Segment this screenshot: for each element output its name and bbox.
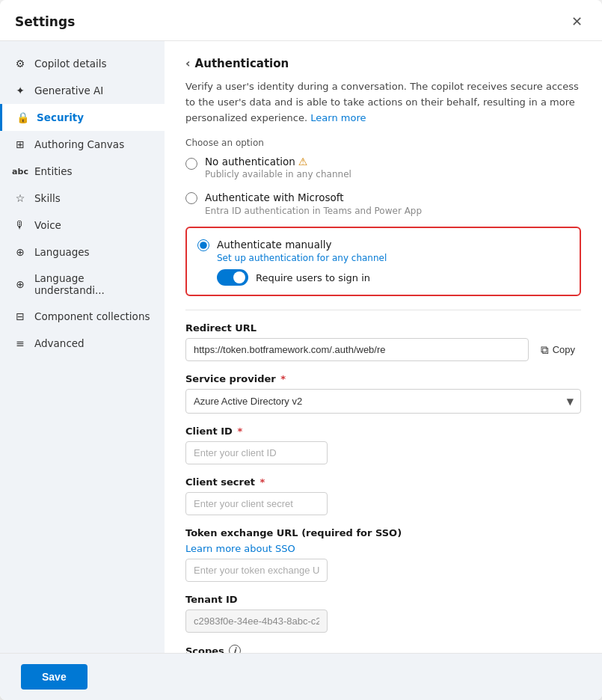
client-secret-label: Client secret *: [185, 476, 581, 488]
tenant-id-input[interactable]: [185, 610, 328, 633]
sidebar-item-label: Copilot details: [34, 58, 107, 70]
sidebar-item-label: Component collections: [34, 310, 150, 322]
settings-modal: Settings ✕ ⚙ Copilot details ✦ Generativ…: [0, 0, 602, 700]
client-id-label: Client ID *: [185, 426, 581, 437]
language-icon: ⊕: [13, 245, 27, 259]
token-exchange-url-input[interactable]: [185, 559, 328, 582]
star-icon: ☆: [13, 191, 27, 205]
service-provider-select-wrapper: Azure Active Directory v2 ▼: [185, 389, 581, 414]
scopes-field: Scopes i: [185, 645, 581, 653]
client-id-input[interactable]: [185, 441, 328, 464]
sidebar-item-label: Skills: [34, 192, 61, 204]
sidebar-item-generative-ai[interactable]: ✦ Generative AI: [0, 77, 165, 104]
service-provider-label: Service provider *: [185, 373, 581, 384]
sidebar-item-component-collections[interactable]: ⊟ Component collections: [0, 303, 165, 330]
no-auth-radio[interactable]: [185, 158, 197, 170]
microsoft-auth-sub: Entra ID authentication in Teams and Pow…: [205, 206, 422, 216]
client-secret-input[interactable]: [185, 492, 328, 515]
required-marker: *: [237, 426, 242, 437]
required-marker: *: [260, 476, 265, 488]
advanced-icon: ≡: [13, 337, 27, 350]
microsoft-auth-label: Authenticate with Microsoft: [205, 191, 344, 203]
modal-header: Settings ✕: [0, 0, 602, 41]
manual-auth-radio[interactable]: [197, 239, 209, 251]
client-id-field: Client ID *: [185, 426, 581, 464]
service-provider-select[interactable]: Azure Active Directory v2: [185, 389, 581, 414]
token-exchange-url-field: Token exchange URL (required for SSO) Le…: [185, 527, 581, 582]
require-signin-toggle[interactable]: [217, 269, 248, 286]
no-auth-label: No authentication: [205, 156, 295, 168]
save-button[interactable]: Save: [21, 664, 87, 690]
client-secret-field: Client secret *: [185, 476, 581, 515]
modal-body: ⚙ Copilot details ✦ Generative AI 🔒 Secu…: [0, 41, 602, 653]
manual-auth-box: Authenticate manually Set up authenticat…: [185, 227, 581, 296]
modal-title: Settings: [15, 14, 75, 29]
sidebar-item-label: Voice: [34, 219, 61, 231]
sidebar-item-label: Generative AI: [34, 85, 103, 96]
required-marker: *: [280, 373, 286, 384]
microsoft-auth-text: Authenticate with Microsoft Entra ID aut…: [205, 190, 422, 216]
close-button[interactable]: ✕: [567, 12, 587, 31]
sidebar-item-label: Advanced: [34, 337, 85, 349]
learn-more-link[interactable]: Learn more: [310, 112, 366, 123]
token-exchange-label: Token exchange URL (required for SSO): [185, 527, 402, 538]
sidebar: ⚙ Copilot details ✦ Generative AI 🔒 Secu…: [0, 41, 165, 653]
microsoft-auth-option: Authenticate with Microsoft Entra ID aut…: [185, 190, 581, 216]
no-auth-sub: Publicly available in any channel: [205, 169, 351, 179]
sidebar-item-label: Language understandi...: [34, 272, 151, 296]
back-arrow-icon[interactable]: ‹: [185, 56, 191, 70]
gear-icon: ⚙: [13, 57, 27, 70]
copy-icon: ⧉: [541, 343, 549, 357]
no-auth-text: No authentication ⚠ Publicly available i…: [205, 156, 351, 179]
sidebar-item-copilot-details[interactable]: ⚙ Copilot details: [0, 50, 165, 77]
section-title: Authentication: [195, 57, 289, 70]
lock-icon: 🔒: [16, 111, 29, 124]
toggle-row: Require users to sign in: [217, 269, 569, 286]
section-description: Verify a user's identity during a conver…: [185, 79, 581, 126]
tenant-id-label: Tenant ID: [185, 594, 581, 605]
manual-auth-text: Authenticate manually Set up authenticat…: [217, 237, 387, 263]
service-provider-field: Service provider * Azure Active Director…: [185, 373, 581, 414]
copy-label: Copy: [553, 344, 575, 355]
choose-option-label: Choose an option: [185, 138, 581, 148]
sidebar-item-label: Authoring Canvas: [34, 138, 124, 150]
sidebar-item-language-understanding[interactable]: ⊕ Language understandi...: [0, 265, 165, 303]
modal-footer: Save: [0, 653, 602, 700]
manual-auth-option: Authenticate manually Set up authenticat…: [197, 237, 569, 263]
language-understanding-icon: ⊕: [13, 277, 27, 291]
tenant-id-field: Tenant ID: [185, 594, 581, 633]
toggle-slider: [217, 269, 248, 286]
sidebar-item-skills[interactable]: ☆ Skills: [0, 185, 165, 212]
redirect-url-label: Redirect URL: [185, 322, 581, 334]
scopes-label-row: Scopes i: [185, 645, 581, 653]
manual-auth-label: Authenticate manually: [217, 239, 331, 251]
token-learn-link[interactable]: Learn more about SSO: [185, 543, 581, 554]
sidebar-item-advanced[interactable]: ≡ Advanced: [0, 330, 165, 357]
redirect-url-field: Redirect URL ⧉ Copy: [185, 322, 581, 361]
grid-icon: ⊞: [13, 138, 27, 151]
sidebar-item-voice[interactable]: 🎙 Voice: [0, 212, 165, 239]
token-label-row: Token exchange URL (required for SSO): [185, 527, 581, 538]
sidebar-item-languages[interactable]: ⊕ Languages: [0, 239, 165, 265]
redirect-url-row: ⧉ Copy: [185, 338, 581, 361]
sidebar-item-label: Security: [37, 111, 84, 123]
sparkle-icon: ✦: [13, 84, 27, 97]
warning-icon: ⚠: [298, 156, 308, 168]
section-divider: [185, 310, 581, 310]
section-nav: ‹ Authentication: [185, 56, 581, 70]
copy-button[interactable]: ⧉ Copy: [535, 340, 581, 360]
redirect-url-input[interactable]: [185, 338, 529, 361]
sidebar-item-authoring-canvas[interactable]: ⊞ Authoring Canvas: [0, 131, 165, 158]
entities-icon: abc: [13, 165, 27, 178]
sidebar-item-label: Entities: [34, 165, 73, 177]
sidebar-item-label: Languages: [34, 246, 90, 258]
manual-auth-sub: Set up authentication for any channel: [217, 253, 387, 263]
sidebar-item-entities[interactable]: abc Entities: [0, 158, 165, 185]
no-auth-option: No authentication ⚠ Publicly available i…: [185, 156, 581, 179]
microsoft-auth-radio[interactable]: [185, 192, 197, 204]
mic-icon: 🎙: [13, 218, 27, 232]
toggle-label: Require users to sign in: [256, 272, 370, 283]
sidebar-item-security[interactable]: 🔒 Security: [0, 104, 165, 131]
main-content: ‹ Authentication Verify a user's identit…: [165, 41, 602, 653]
info-icon[interactable]: i: [229, 645, 241, 653]
